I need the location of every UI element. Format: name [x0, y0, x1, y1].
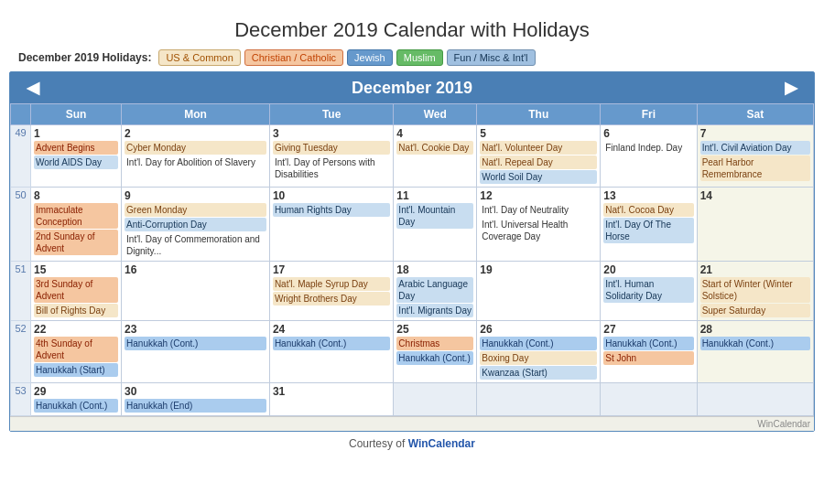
day-number: 9	[125, 189, 266, 202]
table-row: 3Giving TuesdayInt'l. Day of Persons wit…	[269, 125, 393, 188]
table-row: 21Start of Winter (Winter Solstice)Super…	[697, 262, 813, 321]
day-number: 29	[34, 385, 118, 398]
calendar-header: ◀ December 2019 ▶	[10, 72, 814, 103]
wincalendar-credit: WinCalendar	[10, 416, 814, 431]
event-item: Hanukkah (Cont.)	[700, 337, 810, 350]
table-row: 25ChristmasHanukkah (Cont.)	[394, 321, 477, 383]
day-number: 30	[125, 385, 266, 398]
day-number: 18	[396, 263, 473, 276]
table-row	[697, 383, 813, 416]
day-number: 8	[34, 189, 118, 202]
day-number: 3	[273, 127, 390, 140]
table-row: 8Immaculate Conception2nd Sunday of Adve…	[31, 188, 122, 262]
legend-btn-cc[interactable]: Christian / Catholic	[244, 49, 343, 66]
calendar-wrapper: ◀ December 2019 ▶ Sun Mon Tue Wed Thu Fr…	[9, 71, 815, 432]
week-num: 49	[11, 125, 31, 188]
holiday-legend: December 2019 Holidays: US & CommonChris…	[9, 49, 815, 66]
table-row: 19	[477, 262, 601, 321]
legend-btn-jewish[interactable]: Jewish	[347, 49, 393, 66]
legend-btn-fun[interactable]: Fun / Misc & Int'l	[447, 49, 536, 66]
day-number: 25	[396, 323, 473, 336]
week-num: 50	[11, 188, 31, 262]
table-row: 5Nat'l. Volunteer DayNat'l. Repeal DayWo…	[477, 125, 601, 188]
event-item: Int'l. Human Solidarity Day	[603, 277, 693, 303]
event-item: Anti-Corruption Day	[125, 218, 266, 231]
table-row: 24Hanukkah (Cont.)	[269, 321, 393, 383]
event-item: St John	[603, 351, 693, 365]
table-row	[394, 383, 477, 416]
prev-month-button[interactable]: ◀	[21, 78, 45, 98]
day-number: 20	[603, 263, 693, 276]
event-item: Finland Indep. Day	[603, 141, 693, 155]
table-row: 28Hanukkah (Cont.)	[697, 321, 813, 383]
table-row: 10Human Rights Day	[269, 188, 393, 262]
day-number: 28	[700, 323, 810, 336]
event-item: Int'l. Day of Persons with Disabilities	[273, 155, 390, 181]
event-item: Int'l. Migrants Day	[396, 304, 473, 317]
day-number: 24	[273, 323, 390, 336]
next-month-button[interactable]: ▶	[779, 78, 803, 98]
table-row: 13Nat'l. Cocoa DayInt'l. Day Of The Hors…	[601, 188, 697, 262]
day-number: 2	[125, 127, 266, 140]
event-item: Christmas	[396, 337, 473, 350]
event-item: Hanukkah (Cont.)	[125, 337, 266, 350]
event-item: Start of Winter (Winter Solstice)	[700, 277, 810, 303]
event-item: 2nd Sunday of Advent	[34, 230, 118, 255]
day-number: 14	[700, 189, 810, 202]
event-item: Int'l. Day for Abolition of Slavery	[125, 155, 266, 169]
event-item: Hanukkah (Cont.)	[273, 337, 390, 350]
table-row: 9Green MondayAnti-Corruption DayInt'l. D…	[122, 188, 270, 262]
table-row: 153rd Sunday of AdventBill of Rights Day	[31, 262, 122, 321]
day-number: 21	[700, 263, 810, 276]
event-item: Nat'l. Volunteer Day	[480, 141, 597, 155]
col-thu: Thu	[477, 104, 601, 125]
table-row: 29Hanukkah (Cont.)	[31, 383, 122, 416]
day-number: 1	[34, 127, 118, 140]
event-item: Advent Begins	[34, 141, 118, 155]
event-item: Kwanzaa (Start)	[480, 366, 597, 380]
week-num: 52	[11, 321, 31, 383]
event-item: Int'l. Day of Neutrality	[480, 203, 597, 217]
day-number: 16	[125, 263, 266, 276]
day-number: 15	[34, 263, 118, 276]
week-num: 53	[11, 383, 31, 416]
day-number: 17	[273, 263, 390, 276]
table-row: 1Advent BeginsWorld AIDS Day	[31, 125, 122, 188]
courtesy: Courtesy of WinCalendar	[9, 437, 815, 450]
table-row: 4Nat'l. Cookie Day	[394, 125, 477, 188]
event-item: Nat'l. Repeal Day	[480, 155, 597, 169]
wincalendar-link[interactable]: WinCalendar	[408, 437, 475, 450]
day-number: 13	[603, 189, 693, 202]
day-number: 22	[34, 323, 118, 336]
table-row: 26Hanukkah (Cont.)Boxing DayKwanzaa (Sta…	[477, 321, 601, 383]
table-row: 20Int'l. Human Solidarity Day	[601, 262, 697, 321]
event-item: Nat'l. Cookie Day	[396, 141, 473, 155]
event-item: World AIDS Day	[34, 155, 118, 169]
day-number: 23	[125, 323, 266, 336]
event-item: Int'l. Day Of The Horse	[603, 218, 693, 243]
event-item: Nat'l. Cocoa Day	[603, 203, 693, 217]
col-wed: Wed	[394, 104, 477, 125]
event-item: Int'l. Mountain Day	[396, 203, 473, 229]
table-row: 18Arabic Language DayInt'l. Migrants Day	[394, 262, 477, 321]
event-item: 3rd Sunday of Advent	[34, 277, 118, 303]
table-row	[477, 383, 601, 416]
legend-btn-muslim[interactable]: Muslim	[396, 49, 443, 66]
table-row: 11Int'l. Mountain Day	[394, 188, 477, 262]
event-item: Cyber Monday	[125, 141, 266, 155]
week-num-header	[11, 104, 31, 125]
day-number: 6	[603, 127, 693, 140]
event-item: Hanukkah (Cont.)	[396, 351, 473, 365]
event-item: Arabic Language Day	[396, 277, 473, 303]
col-sat: Sat	[697, 104, 813, 125]
day-number: 26	[480, 323, 597, 336]
event-item: World Soil Day	[480, 170, 597, 184]
event-item: Boxing Day	[480, 351, 597, 365]
table-row: 27Hanukkah (Cont.)St John	[601, 321, 697, 383]
event-item: Nat'l. Maple Syrup Day	[273, 277, 390, 291]
event-item: Hanukkah (Cont.)	[480, 337, 597, 350]
table-row: 23Hanukkah (Cont.)	[122, 321, 270, 383]
legend-btn-us[interactable]: US & Common	[158, 49, 240, 66]
event-item: Pearl Harbor Remembrance	[700, 155, 810, 181]
day-number: 12	[480, 189, 597, 202]
